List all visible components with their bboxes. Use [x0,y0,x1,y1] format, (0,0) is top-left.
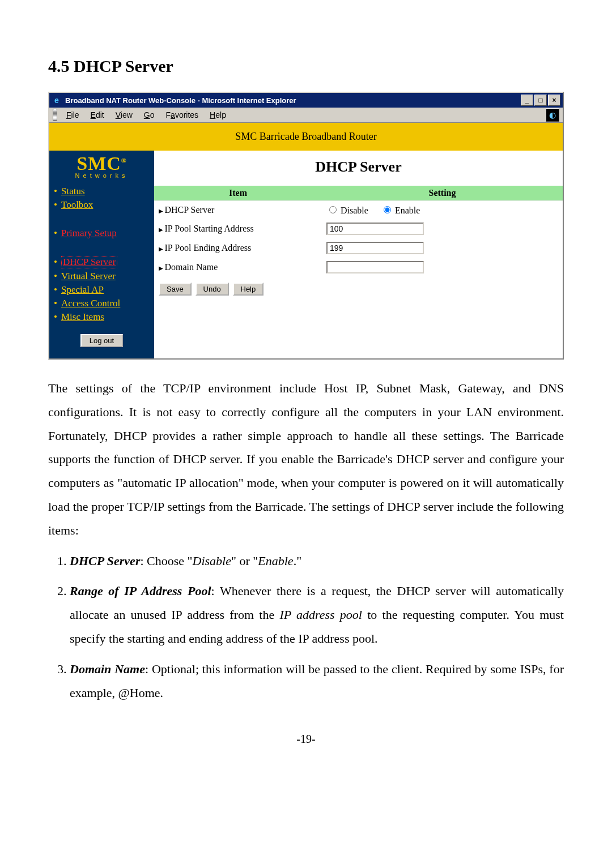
nav-misc-items[interactable]: Misc Items [61,311,104,323]
nav-special-ap[interactable]: Special AP [61,284,104,296]
table-row: DHCP Server Disable Enable [154,201,563,220]
text: " or " [231,554,258,568]
em-enable: Enable [258,554,293,568]
item-domain-name: Domain Name [154,258,322,277]
term-dhcp-server: DHCP Server [70,554,140,568]
window-titlebar: e Broadband NAT Router Web-Console - Mic… [49,93,563,108]
text: : Choose " [140,554,192,568]
menu-favorites[interactable]: Favorites [160,109,205,121]
nav-toolbox[interactable]: Toolbox [61,199,93,211]
menu-help[interactable]: Help [204,109,232,121]
text: ." [294,554,301,568]
menu-favorites-label: vorites [175,110,198,119]
nav-primary-setup[interactable]: Primary Setup [61,228,117,239]
menu-edit-label: dit [96,110,104,119]
menu-go[interactable]: Go [138,109,160,121]
ip-start-input[interactable] [326,223,424,235]
item-dhcp-server: DHCP Server [154,201,322,220]
doc-paragraph: The settings of the TCP/IP environment i… [48,377,564,542]
window-title: Broadband NAT Router Web-Console - Micro… [65,96,521,105]
doc-list: DHCP Server: Choose "Disable" or "Enable… [48,549,564,705]
table-row: Domain Name [154,258,563,277]
help-button[interactable]: Help [233,283,264,296]
header-item: Item [154,186,322,201]
list-item: Domain Name: Optional; this information … [70,657,564,705]
table-row: IP Pool Ending Address [154,238,563,258]
logout-button[interactable]: Log out [80,334,123,347]
em-disable: Disable [193,554,231,568]
minimize-button[interactable]: _ [521,95,533,106]
nav-list: Status Toolbox [49,180,154,212]
nav-access-control[interactable]: Access Control [61,298,120,309]
domain-name-input[interactable] [326,261,424,273]
term-ip-pool: Range of IP Address Pool [70,584,211,598]
nav-virtual-server[interactable]: Virtual Server [61,271,116,282]
menu-view[interactable]: View [110,109,138,121]
menu-go-label: o [150,110,155,119]
settings-table: Item Setting DHCP Server Disable Enable … [154,186,563,277]
logo: SMC® Networks [49,151,154,180]
undo-button[interactable]: Undo [196,283,229,296]
disable-text: Disable [341,206,368,215]
nav-dhcp-server[interactable]: DHCP Server [61,256,117,268]
header-setting: Setting [322,186,563,201]
page-number: -19- [48,733,564,746]
maximize-button[interactable]: □ [534,95,547,106]
content-area: DHCP Server Item Setting DHCP Server Dis… [154,151,563,358]
item-ip-end: IP Pool Ending Address [154,238,322,258]
radio-disable-label[interactable]: Disable [326,206,368,215]
ie-app-icon: e [52,95,62,105]
ie-window: e Broadband NAT Router Web-Console - Mic… [48,92,564,360]
term-domain-name: Domain Name [70,662,145,676]
menu-view-label: iew [121,110,133,119]
save-button[interactable]: Save [159,283,192,296]
sidebar: SMC® Networks Status Toolbox Primary Set… [49,151,154,358]
list-item: DHCP Server: Choose "Disable" or "Enable… [70,549,564,573]
close-button[interactable]: × [548,95,560,106]
radio-enable-label[interactable]: Enable [381,206,420,215]
radio-disable[interactable] [329,206,337,213]
menu-file-label: ile [71,110,79,119]
list-item: Range of IP Address Pool: Whenever there… [70,579,564,650]
item-ip-start: IP Pool Starting Address [154,219,322,238]
menu-file[interactable]: File [61,109,85,121]
router-banner: SMC Barricade Broadband Router [49,123,563,151]
radio-enable[interactable] [384,206,391,213]
table-row: IP Pool Starting Address [154,219,563,238]
logo-main: SMC® [49,154,154,173]
ip-end-input[interactable] [326,242,424,254]
enable-text: Enable [395,206,420,215]
ie-throbber-icon: ◐ [546,108,559,122]
action-bar: Save Undo Help [154,277,563,301]
em-ip-pool: IP address pool [279,608,362,622]
nav-list-2: Primary Setup [49,222,154,240]
content-title: DHCP Server [154,151,563,186]
logo-subtitle: Networks [49,172,154,179]
menu-help-label: elp [215,110,226,119]
menu-edit[interactable]: Edit [85,109,110,121]
router-page: SMC Barricade Broadband Router SMC® Netw… [49,123,563,358]
menubar: File Edit View Go Favorites Help ◐ [49,108,563,123]
nav-status[interactable]: Status [61,186,85,197]
nav-list-3: DHCP Server Virtual Server Special AP Ac… [49,250,154,324]
section-heading: 4.5 DHCP Server [48,57,564,76]
